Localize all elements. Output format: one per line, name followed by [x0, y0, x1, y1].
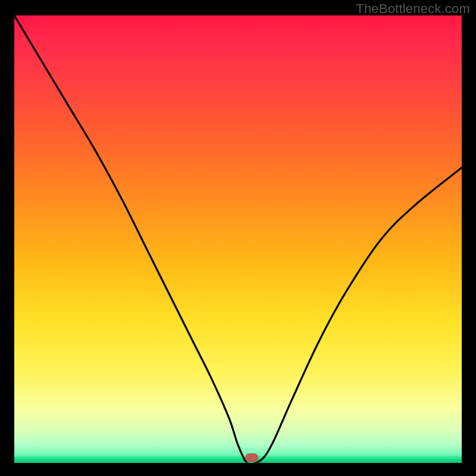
watermark-text: TheBottleneck.com [356, 1, 470, 17]
bottleneck-curve-path [14, 15, 462, 463]
chart-frame: TheBottleneck.com [0, 0, 476, 476]
curve-svg [14, 15, 462, 463]
plot-area [14, 15, 462, 463]
dip-marker [245, 453, 258, 462]
